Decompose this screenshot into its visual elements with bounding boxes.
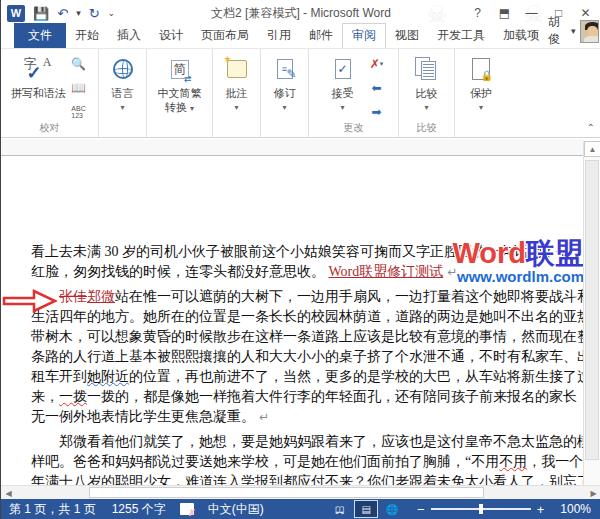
document-line: 红脸，匆匆找钱的时候，连零头都没好意思收。 Word联盟修订测试↵	[31, 262, 579, 282]
paragraph-mark: ↵	[447, 265, 457, 279]
group-changes: ✓ 接受 ▾ ✗▾ ⬅ ➡ 更改	[309, 49, 399, 137]
collapse-ribbon-icon[interactable]: ⌃	[587, 122, 595, 133]
chevron-down-icon: ▾	[234, 103, 238, 112]
document-line: 张佳郑微站在惟一可以遮荫的大树下，一边用手扇风，一边打量着这个她即将要战斗和	[31, 287, 579, 307]
zoom-slider-thumb[interactable]	[479, 504, 483, 514]
zoom-level[interactable]: 100%	[552, 502, 600, 516]
user-dropdown-icon[interactable]: ▾	[571, 27, 576, 36]
group-tracking: ≡ 修订 ▾	[261, 49, 309, 137]
tab-8[interactable]: 开发工具	[428, 24, 494, 48]
thesaurus-icon[interactable]: 📖	[69, 79, 89, 97]
document-line: 样吧。爸爸和妈妈都说过要送她来学校，可是她在他们面前拍了胸脯，“不用不用，我一个	[31, 452, 579, 472]
document-line: 年满十八岁的聪明少女，难道连入学报到都应付不来？你们老跟着未免太小看人了，别忘了	[31, 472, 579, 485]
tab-5[interactable]: 邮件	[300, 24, 342, 48]
group-language: 语言 ▾	[99, 49, 147, 137]
ribbon-display-options-button[interactable]: ⬒	[491, 2, 518, 24]
proofing-errors-icon[interactable]	[180, 503, 194, 515]
previous-change-icon[interactable]: ⬅	[367, 79, 387, 97]
document-line: 条路的人行道上基本被熙熙攘攘的人和大大小小的桌子挤了个水泄不通，不时有私家车、出	[31, 347, 579, 367]
document-area: 看上去未满 30 岁的司机小伙子被眼前这个小姑娘笑容可掬而又字正腔圆的一句话闹了…	[1, 139, 584, 485]
lock-icon	[472, 58, 490, 80]
compare-icon	[415, 57, 439, 81]
page-indicator[interactable]: 第 1 页，共 1 页	[1, 501, 104, 518]
group-compare: 比较 ▾ 比较	[399, 49, 455, 137]
scroll-left-icon[interactable]: ◀	[2, 487, 15, 499]
help-button[interactable]: ?	[464, 2, 491, 24]
document-line: 租车开到她附近的位置，再也前进不了，当然，更多的是学校的大巴，从车站将新生接了过	[31, 367, 579, 387]
zoom-in-icon[interactable]: +	[537, 503, 545, 516]
document-line: 生活四年的地方。她所在的位置是一条长长的校园林荫道，道路的两边是她叫不出名的亚热	[31, 307, 579, 327]
tab-7[interactable]: 视图	[386, 24, 428, 48]
user-name[interactable]: 胡俊	[548, 14, 567, 48]
horizontal-scrollbar[interactable]: ◀ ▶	[1, 485, 600, 499]
scroll-right-icon[interactable]: ▶	[587, 487, 600, 499]
tab-1[interactable]: 插入	[108, 24, 150, 48]
undo-icon[interactable]: ↶	[57, 7, 68, 20]
language-button[interactable]: 语言 ▾	[95, 52, 151, 112]
comment-icon	[227, 60, 247, 78]
horizontal-scrollbar-thumb[interactable]	[89, 487, 484, 498]
document-text: 看上去未满 30 岁的司机小伙子被眼前这个小姑娘笑容可掬而又字正腔圆的一句话闹了…	[31, 242, 579, 485]
word-count[interactable]: 1255 个字	[104, 501, 174, 518]
zoom-out-icon[interactable]: −	[417, 503, 425, 516]
document-line: 郑微看着他们就笑了，她想，要是她妈妈跟着来了，应该也是这付皇帝不急太监急的模	[31, 432, 579, 452]
minimize-button[interactable]: —	[518, 2, 545, 24]
group-label-changes: 更改	[309, 121, 398, 135]
tab-3[interactable]: 页面布局	[192, 24, 258, 48]
save-icon[interactable]: 💾	[33, 7, 49, 20]
redo-icon[interactable]: ↻	[89, 7, 100, 20]
vertical-scrollbar[interactable]: ▲	[583, 141, 600, 485]
document-line: 无一例外地表情比学生更焦急凝重。↵	[31, 407, 579, 427]
next-change-icon[interactable]: ➡	[367, 103, 387, 121]
word-count-icon[interactable]: ABC123	[69, 103, 89, 121]
vertical-scrollbar-thumb[interactable]	[585, 160, 599, 460]
research-icon[interactable]: 🔍	[69, 55, 89, 73]
tab-9[interactable]: 加载项	[494, 24, 548, 48]
group-label-proofing: 校对	[1, 121, 98, 135]
group-label-compare: 比较	[399, 121, 454, 135]
track-changes-button[interactable]: ≡ 修订 ▾	[257, 52, 313, 112]
group-proofing: 字A✓ 拼写和语法 🔍 📖 ABC123 校对	[1, 49, 99, 137]
compare-button[interactable]: 比较 ▾	[399, 52, 455, 112]
tab-4[interactable]: 引用	[258, 24, 300, 48]
globe-icon	[113, 59, 133, 79]
protect-button[interactable]: 保护 ▾	[453, 52, 509, 112]
chinese-conversion-button[interactable]: 简 中文简繁转换 ▾	[148, 52, 212, 115]
zoom-slider[interactable]	[431, 508, 531, 510]
chevron-down-icon: ▾	[340, 103, 344, 112]
simplified-traditional-icon: 简	[171, 60, 189, 79]
reject-icon[interactable]: ✗▾	[367, 55, 387, 73]
word-app-icon: W	[7, 5, 25, 22]
group-chinese-conversion: 简 中文简繁转换 ▾	[147, 49, 213, 137]
document-line: 带树木，可以想象黄昏的时候散步在这样一条道路上应该是比较有意境的事情，然而现在整	[31, 327, 579, 347]
spelling-grammar-button[interactable]: 字A✓ 拼写和语法	[11, 52, 67, 101]
web-layout-icon[interactable]: 🌐	[381, 501, 403, 517]
tab-6[interactable]: 审阅	[342, 23, 386, 48]
paragraph-mark: ↵	[259, 410, 269, 424]
document-line: 来，一拨一拨的，都是像她一样拖着大件行李的年轻面孔，还有陪同孩子前来报名的家长，	[31, 387, 579, 407]
ribbon-tab-row: 文件 开始插入设计页面布局引用邮件审阅视图开发工具加载项 胡俊 ▾	[1, 26, 600, 48]
undo-dropdown-icon[interactable]: ▾	[76, 9, 81, 18]
user-avatar[interactable]	[580, 20, 599, 43]
chevron-down-icon: ▾	[479, 103, 483, 112]
language-indicator[interactable]: 中文(中国)	[200, 501, 272, 518]
tab-0[interactable]: 开始	[66, 24, 108, 48]
chevron-down-icon: ▾	[282, 103, 286, 112]
quick-access-toolbar: W 💾 ↶ ▾ ↻ ⌄	[1, 5, 115, 22]
group-comments: 批注 ▾	[213, 49, 261, 137]
status-bar: 第 1 页，共 1 页 1255 个字 中文(中国) 🕮 ▤ 🌐 − + 100…	[1, 499, 600, 519]
track-changes-icon: ≡	[277, 59, 293, 79]
print-layout-icon[interactable]: ▤	[355, 501, 377, 517]
chevron-down-icon: ▾	[424, 103, 428, 112]
accept-button[interactable]: ✓ 接受 ▾	[321, 52, 365, 112]
accept-icon: ✓	[335, 59, 351, 79]
scroll-up-icon[interactable]: ▲	[584, 141, 600, 157]
ribbon-review: 字A✓ 拼写和语法 🔍 📖 ABC123 校对 语言 ▾ 简 中文简繁转换 ▾	[1, 48, 600, 138]
qat-customize-icon[interactable]: ⌄	[108, 9, 116, 18]
tab-file[interactable]: 文件	[14, 23, 66, 48]
document-page[interactable]: 看上去未满 30 岁的司机小伙子被眼前这个小姑娘笑容可掬而又字正腔圆的一句话闹了…	[1, 155, 584, 485]
tab-2[interactable]: 设计	[150, 24, 192, 48]
document-line: 看上去未满 30 岁的司机小伙子被眼前这个小姑娘笑容可掬而又字正腔圆的一句话闹了…	[31, 242, 579, 262]
spelling-grammar-icon: 字A✓	[24, 55, 54, 83]
read-mode-icon[interactable]: 🕮	[329, 501, 351, 517]
